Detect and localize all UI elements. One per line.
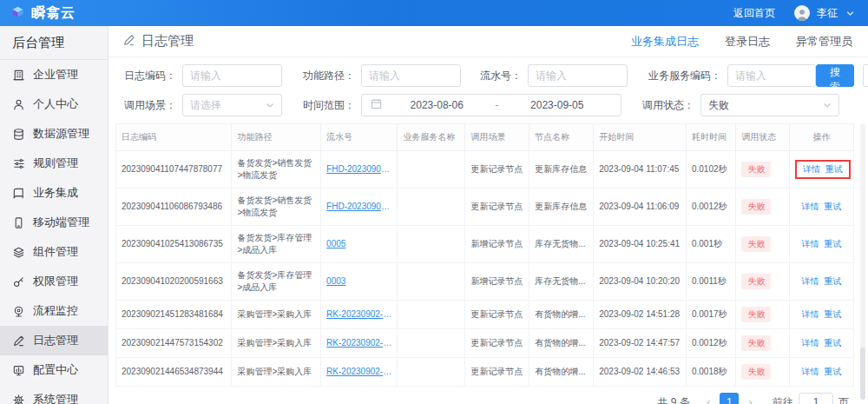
table-scrollbar[interactable] <box>860 123 865 400</box>
sidebar-item-config-center[interactable]: 配置中心 <box>0 355 108 385</box>
serial-link[interactable]: FHD-20230904-... <box>326 201 391 213</box>
detail-link[interactable]: 详情 <box>803 164 820 174</box>
serial-link[interactable]: FHD-20230904-... <box>326 163 391 176</box>
cell-status: 失败 <box>736 358 790 387</box>
scene-select[interactable]: 请选择 <box>182 94 282 116</box>
monitor-icon <box>12 305 25 318</box>
page-unit-label: 页 <box>838 395 849 404</box>
action-group: 详情重试 <box>796 199 848 215</box>
end-date[interactable]: 2023-09-05 <box>503 99 613 111</box>
retry-link[interactable]: 重试 <box>825 239 842 248</box>
call-status-select[interactable]: 失败 <box>700 94 839 116</box>
cell-log-code: 202309021446534873944 <box>116 358 232 387</box>
cell-scene: 更新记录节点 <box>465 358 529 387</box>
cell-scene: 更新记录节点 <box>465 329 529 358</box>
caret-down-icon[interactable] <box>846 10 854 17</box>
filter-scene: 调用场景： 请选择 <box>122 94 282 116</box>
cell-log-code: 202309021447573154302 <box>116 329 232 358</box>
cell-serial: 0003 <box>321 263 398 301</box>
scene-label: 调用场景： <box>122 98 176 113</box>
sidebar-item-process-monitor[interactable]: 流程监控 <box>0 296 108 326</box>
detail-link[interactable]: 详情 <box>802 239 819 248</box>
sidebar-item-rules[interactable]: 规则管理 <box>0 149 108 178</box>
serial-link[interactable]: RK-20230902-0... <box>326 337 391 349</box>
cell-serial: FHD-20230904-... <box>321 189 398 226</box>
detail-link[interactable]: 详情 <box>802 338 819 348</box>
layers-icon <box>12 246 25 259</box>
call-status-label: 调用状态： <box>641 98 694 113</box>
back-home-link[interactable]: 返回首页 <box>733 6 775 21</box>
next-page-button[interactable]: › <box>744 395 757 404</box>
cell-scene: 新增记录节点 <box>465 226 529 263</box>
serial-link[interactable]: 0005 <box>326 238 391 250</box>
column-header: 节点名称 <box>529 124 594 151</box>
retry-link[interactable]: 重试 <box>825 202 842 211</box>
sidebar-item-enterprise[interactable]: 企业管理 <box>0 60 108 89</box>
status-badge: 失败 <box>741 236 771 252</box>
status-badge: 失败 <box>741 364 771 380</box>
date-range-picker[interactable]: 2023-08-06 - 2023-09-05 <box>361 94 621 116</box>
serial-link[interactable]: 0003 <box>326 275 391 288</box>
search-button[interactable]: 搜索 <box>816 64 854 87</box>
serial-input[interactable] <box>528 64 628 87</box>
brand-logo-icon <box>9 3 26 23</box>
cell-start-time: 2023-09-02 14:46:53 <box>594 358 687 387</box>
sidebar-item-logs[interactable]: 日志管理 <box>0 326 108 355</box>
column-header: 开始时间 <box>594 124 687 151</box>
sidebar-item-permissions[interactable]: 权限管理 <box>0 267 108 296</box>
tab-exception-admin[interactable]: 异常管理员 <box>796 34 852 50</box>
detail-link[interactable]: 详情 <box>802 276 819 286</box>
service-code-label: 业务服务编码： <box>647 69 721 83</box>
retry-link[interactable]: 重试 <box>825 276 842 286</box>
sidebar-item-label: 日志管理 <box>33 333 78 348</box>
log-code-input[interactable] <box>182 64 282 87</box>
tab-login-log[interactable]: 登录日志 <box>725 34 770 50</box>
time-range-label: 时间范围： <box>301 98 355 113</box>
function-path-input[interactable] <box>361 64 461 87</box>
retry-link[interactable]: 重试 <box>825 338 842 348</box>
cell-service-name <box>398 226 465 263</box>
sidebar-item-personal-center[interactable]: 个人中心 <box>0 89 108 119</box>
scrollbar-thumb[interactable] <box>860 348 865 400</box>
cell-actions: 详情重试 <box>790 189 854 226</box>
sidebar-item-components[interactable]: 组件管理 <box>0 237 108 267</box>
username[interactable]: 李征 <box>817 6 838 21</box>
sidebar-menu: 企业管理个人中心数据源管理规则管理业务集成移动端管理组件管理权限管理流程监控日志… <box>0 60 108 404</box>
serial-link[interactable]: RK-20230902-0... <box>326 366 391 378</box>
cell-function-path: 备货发货>销售发货>物流发货 <box>232 151 321 189</box>
page-number-1[interactable]: 1 <box>720 393 739 404</box>
goto-page-input[interactable] <box>799 393 833 404</box>
detail-link[interactable]: 详情 <box>802 202 819 211</box>
cell-start-time: 2023-09-04 11:06:09 <box>594 189 687 226</box>
cell-status: 失败 <box>736 151 790 189</box>
sidebar-item-mobile[interactable]: 移动端管理 <box>0 208 108 237</box>
prev-page-button[interactable]: ‹ <box>702 395 715 404</box>
detail-link[interactable]: 详情 <box>802 309 819 319</box>
sidebar-item-integration[interactable]: 业务集成 <box>0 178 108 208</box>
chevron-down-icon <box>266 99 274 111</box>
sidebar-item-label: 数据源管理 <box>33 126 89 142</box>
column-header: 耗时时间 <box>686 124 735 151</box>
avatar[interactable] <box>794 5 810 21</box>
action-group: 详情重试 <box>796 364 848 380</box>
cell-scene: 更新记录节点 <box>465 301 529 329</box>
person-icon <box>795 8 809 21</box>
rules-icon <box>12 157 25 170</box>
sidebar-item-datasource[interactable]: 数据源管理 <box>0 119 108 149</box>
retry-link[interactable]: 重试 <box>825 309 842 319</box>
cell-function-path: 采购管理>采购入库 <box>232 329 321 358</box>
serial-link[interactable]: RK-20230902-0... <box>326 308 391 321</box>
reset-button[interactable]: 重置 <box>863 64 868 87</box>
cell-service-name <box>398 358 465 387</box>
retry-link[interactable]: 重试 <box>825 367 842 376</box>
retry-link[interactable]: 重试 <box>825 164 843 174</box>
start-date[interactable]: 2023-08-06 <box>382 99 492 111</box>
filter-panel: 日志编码： 功能路径： 流水号： 业务服务编码： 搜索 重置 <box>108 57 868 123</box>
tab-biz-log[interactable]: 业务集成日志 <box>631 34 699 50</box>
sidebar-item-label: 规则管理 <box>33 156 78 171</box>
sidebar-item-system[interactable]: 系统管理 <box>0 385 108 404</box>
sidebar-item-label: 配置中心 <box>33 362 78 378</box>
service-code-input[interactable] <box>727 64 816 87</box>
status-badge: 失败 <box>741 199 771 215</box>
detail-link[interactable]: 详情 <box>802 367 819 376</box>
